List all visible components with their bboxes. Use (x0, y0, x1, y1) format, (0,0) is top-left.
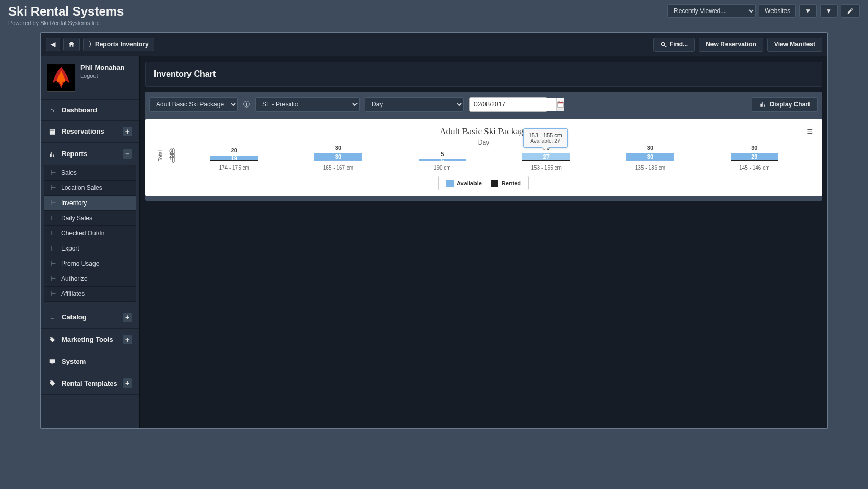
find-button[interactable]: Find... (653, 38, 695, 52)
bar-column[interactable]: 03030135 - 136 cm (619, 150, 682, 161)
report-sub-item[interactable]: ⊢Location Sales (44, 181, 136, 196)
chart-tooltip: 153 - 155 cm Available: 27 (523, 128, 568, 148)
monitor-icon (48, 357, 56, 366)
info-icon[interactable]: ⓘ (243, 100, 250, 109)
date-picker[interactable] (469, 97, 548, 112)
report-sub-item[interactable]: ⊢Authorize (44, 271, 136, 287)
refresh-button[interactable]: ▼ (820, 4, 838, 18)
report-sub-item[interactable]: ⊢Export (44, 241, 136, 256)
report-sub-item[interactable]: ⊢Inventory (44, 196, 136, 211)
report-sub-item[interactable]: ⊢Checked Out/In (44, 226, 136, 241)
sidebar-item-dashboard[interactable]: ⌂Dashboard (41, 100, 139, 121)
reports-submenu: ⊢Sales⊢Location Sales⊢Inventory⊢Daily Sa… (44, 165, 136, 302)
bar-total-label: 30 (619, 145, 682, 153)
recently-viewed-select[interactable]: Recently Viewed... (667, 4, 756, 18)
bar-total-label: 5 (411, 151, 473, 159)
chart-subtitle: Day (156, 139, 812, 146)
pencil-icon (847, 7, 854, 15)
brand-title: Ski Rental Systems (8, 4, 124, 19)
svg-rect-3 (562, 101, 562, 103)
page-header: Inventory Chart (145, 62, 822, 87)
websites-button[interactable]: Websites (759, 4, 796, 18)
report-sub-item[interactable]: ⊢Sales (44, 165, 136, 181)
date-input[interactable] (470, 98, 556, 111)
new-reservation-button[interactable]: New Reservation (699, 38, 763, 52)
bar-chart-icon (759, 101, 767, 108)
x-axis-label: 165 - 167 cm (307, 165, 370, 171)
bar-total-label: 30 (307, 145, 370, 153)
sidebar-item-system[interactable]: System (41, 351, 139, 373)
swatch-available (446, 180, 454, 187)
view-manifest-button[interactable]: View Manifest (767, 38, 822, 52)
sidebar-item-reports[interactable]: Reports− ⊢Sales⊢Location Sales⊢Inventory… (41, 143, 139, 306)
bar-segment-rented: 3 (522, 160, 570, 161)
expand-icon[interactable]: + (123, 335, 132, 344)
page-title: Inventory Chart (154, 69, 813, 79)
x-axis-label: 135 - 136 cm (619, 165, 682, 171)
bar-column[interactable]: 055160 cm (411, 150, 473, 161)
bar-segment-available: 5 (419, 159, 466, 161)
home-icon: ⌂ (48, 106, 56, 114)
bar-total-label: 20 (203, 147, 266, 156)
chart-menu-icon[interactable]: ≡ (807, 126, 813, 137)
expand-icon[interactable]: + (123, 127, 132, 136)
bar-segment-available: 30 (314, 153, 362, 161)
app-frame: ◀ 〉 Reports Inventory Find... New Reserv… (40, 32, 828, 429)
y-ticks: 010203040 (163, 150, 175, 161)
nav-home-button[interactable] (63, 38, 80, 51)
chart-title: Adult Basic Ski Package (156, 126, 812, 137)
edit-button[interactable] (841, 4, 860, 18)
user-info: Phil Monahan Logout (80, 64, 125, 92)
y-axis-label: Total (156, 150, 163, 161)
bar-segment-available: 19 (210, 156, 258, 161)
nav-right: Find... New Reservation View Manifest (653, 38, 822, 52)
filter-panel: Adult Basic Ski Package ⓘ SF - Presidio … (145, 92, 822, 201)
report-sub-item[interactable]: ⊢Promo Usage (44, 256, 136, 271)
report-sub-item[interactable]: ⊢Daily Sales (44, 211, 136, 226)
bar-segment-available: 27 (522, 153, 570, 160)
sidebar-item-rental-templates[interactable]: Rental Templates+ (41, 372, 139, 395)
x-axis-label: 153 - 155 cm (515, 165, 578, 171)
calendar-icon[interactable] (556, 98, 564, 111)
bar-label-available: 30 (626, 153, 674, 160)
home-icon (68, 41, 75, 48)
bar-segment-available: 30 (626, 153, 674, 161)
sidebar: Phil Monahan Logout ⌂Dashboard ▤Reservat… (41, 56, 140, 428)
user-name: Phil Monahan (80, 64, 125, 71)
main: Inventory Chart Adult Basic Ski Package … (140, 56, 827, 428)
plot-area: 010203040 11920174 - 175 cm03030165 - 16… (177, 150, 812, 161)
bar-column[interactable]: 32730153 - 155 cm (515, 150, 578, 161)
bar-segment-available: 29 (731, 153, 778, 161)
expand-icon[interactable]: + (123, 378, 132, 388)
breadcrumb[interactable]: 〉 Reports Inventory (83, 38, 154, 51)
bar-column[interactable]: 03030165 - 167 cm (307, 150, 370, 161)
sidebar-item-catalog[interactable]: ≡Catalog+ (41, 306, 139, 329)
tag-icon (48, 336, 56, 344)
bar-column[interactable]: 12930145 - 146 cm (723, 150, 786, 161)
tag-icon (48, 379, 56, 388)
tooltip-value: Available: 27 (529, 138, 562, 144)
avatar (47, 64, 75, 92)
period-select[interactable]: Day (365, 97, 464, 112)
bar-label-available: 27 (522, 153, 570, 160)
logout-link[interactable]: Logout (80, 73, 125, 79)
user-block: Phil Monahan Logout (41, 56, 139, 100)
expand-icon[interactable]: + (123, 313, 132, 322)
websites-dropdown-toggle[interactable]: ▼ (799, 4, 817, 18)
location-select[interactable]: SF - Presidio (255, 97, 360, 112)
nav-back-button[interactable]: ◀ (46, 38, 60, 51)
report-sub-item[interactable]: ⊢Affiliates (44, 287, 136, 301)
doc-icon: ▤ (48, 127, 56, 135)
bar-column[interactable]: 11920174 - 175 cm (203, 150, 266, 161)
display-chart-button[interactable]: Display Chart (752, 97, 818, 112)
x-axis-label: 160 cm (411, 165, 473, 171)
bars-row: 11920174 - 175 cm03030165 - 167 cm055160… (177, 150, 812, 161)
top-controls: Recently Viewed... Websites ▼ ▼ (667, 4, 860, 18)
bar-label-available: 30 (314, 153, 362, 160)
x-axis-label: 174 - 175 cm (203, 165, 266, 171)
sidebar-item-reservations[interactable]: ▤Reservations+ (41, 121, 139, 143)
collapse-icon[interactable]: − (123, 149, 132, 159)
package-select[interactable]: Adult Basic Ski Package (149, 97, 238, 112)
search-icon (660, 41, 668, 49)
sidebar-item-marketing[interactable]: Marketing Tools+ (41, 329, 139, 351)
